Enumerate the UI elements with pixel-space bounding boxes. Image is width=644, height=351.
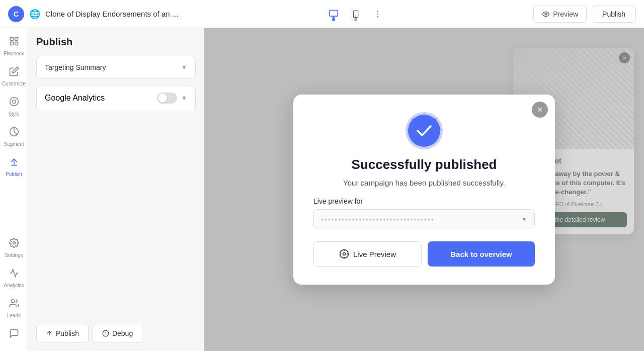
settings-icon	[9, 238, 19, 250]
leads-icon	[9, 298, 19, 311]
svg-point-17	[11, 300, 15, 303]
svg-rect-9	[10, 38, 13, 41]
live-preview-button[interactable]: Live Preview	[313, 241, 422, 267]
sidebar-label-segment: Segment	[4, 141, 24, 147]
topbar-right: Preview Publish	[533, 6, 636, 23]
svg-point-13	[10, 98, 18, 106]
sidebar-label-leads: Leads	[7, 313, 21, 318]
modal-title: Successfully published	[352, 157, 497, 172]
sidebar-label-publish: Publish	[6, 171, 22, 177]
mobile-active-dot	[354, 18, 357, 21]
playbook-icon	[9, 36, 19, 49]
back-to-overview-button[interactable]: Back to overview	[428, 241, 535, 267]
targeting-summary-header[interactable]: Targeting Summary ▼	[37, 56, 195, 78]
svg-point-14	[12, 100, 16, 104]
svg-point-5	[377, 11, 378, 12]
sidebar-item-segment[interactable]: Segment	[2, 123, 26, 151]
svg-point-20	[343, 253, 345, 255]
sidebar-item-playbook[interactable]: Playbook	[2, 32, 26, 60]
topbar-left: C 🌐 Clone of Display Endorsements of an …	[8, 6, 178, 22]
targeting-chevron-icon: ▼	[181, 64, 187, 71]
main-layout: Playbook Customize Style Segment Publish	[0, 28, 644, 351]
mobile-view-button[interactable]	[347, 5, 365, 23]
live-preview-icon	[339, 249, 349, 259]
live-preview-for-label: Live preview for	[313, 197, 535, 205]
panel-publish-button[interactable]: Publish	[36, 324, 89, 343]
live-preview-select-value: ●●●●●●●●●●●●●●●●●●●●●●●●●●●●●●●●●	[321, 217, 434, 222]
live-preview-select[interactable]: ●●●●●●●●●●●●●●●●●●●●●●●●●●●●●●●●● ▼	[313, 209, 535, 229]
globe-icon: 🌐	[29, 9, 40, 20]
app-logo: C	[8, 6, 24, 22]
style-icon	[9, 97, 19, 109]
success-modal: ✕ Successfully published	[293, 95, 555, 285]
google-analytics-accordion[interactable]: Google Analytics ▼	[36, 85, 196, 111]
modal-close-button[interactable]: ✕	[532, 102, 548, 118]
select-chevron-icon: ▼	[521, 216, 527, 223]
icon-sidebar: Playbook Customize Style Segment Publish	[0, 28, 28, 351]
panel-title: Publish	[36, 36, 196, 48]
chat-icon	[9, 328, 19, 341]
panel-debug-button[interactable]: Debug	[93, 324, 142, 343]
sidebar-item-publish[interactable]: Publish	[2, 153, 26, 181]
sidebar-item-customize[interactable]: Customize	[2, 62, 26, 91]
starburst	[408, 115, 440, 147]
publish-panel: Publish Targeting Summary ▼ Google Analy…	[28, 28, 204, 351]
sidebar-item-style[interactable]: Style	[2, 93, 26, 121]
customize-icon	[9, 66, 19, 79]
publish-icon	[9, 157, 19, 169]
checkmark-svg	[417, 125, 432, 136]
svg-rect-12	[15, 42, 18, 45]
more-options-button[interactable]	[369, 5, 387, 23]
modal-description: Your campaign has been published success…	[343, 179, 505, 187]
sidebar-item-settings[interactable]: Settings	[2, 234, 26, 262]
preview-button[interactable]: Preview	[533, 6, 587, 23]
targeting-summary-label: Targeting Summary	[45, 63, 106, 71]
google-analytics-label: Google Analytics	[45, 94, 105, 103]
preview-label: Preview	[553, 10, 578, 18]
google-analytics-toggle[interactable]	[157, 93, 177, 104]
targeting-summary-accordion[interactable]: Targeting Summary ▼	[36, 56, 196, 79]
svg-rect-11	[10, 42, 13, 45]
page-title: Clone of Display Endorsements of an ...	[45, 10, 178, 18]
svg-point-7	[377, 16, 378, 17]
desktop-active-dot	[332, 18, 335, 21]
toggle-knob	[158, 94, 167, 103]
publish-button-top[interactable]: Publish	[592, 6, 636, 23]
modal-overlay: ✕ Successfully published	[204, 28, 644, 351]
sidebar-item-leads[interactable]: Leads	[2, 294, 26, 322]
topbar-center	[325, 5, 387, 23]
segment-icon	[9, 127, 19, 139]
panel-footer: Publish Debug	[36, 320, 196, 343]
sidebar-label-settings: Settings	[5, 252, 23, 258]
svg-point-8	[545, 13, 547, 15]
canvas-area: ✕ ★ Trustpilot "I'm blown away by the po…	[204, 28, 644, 351]
sidebar-label-analytics: Analytics	[4, 283, 24, 288]
modal-actions: Live Preview Back to overview	[313, 241, 535, 267]
sidebar-label-style: Style	[8, 111, 19, 117]
success-badge-icon	[408, 115, 440, 147]
desktop-view-button[interactable]	[325, 5, 343, 23]
analytics-icon	[9, 268, 19, 281]
svg-rect-0	[330, 10, 338, 16]
google-analytics-row: Google Analytics ▼	[37, 85, 195, 111]
sidebar-label-playbook: Playbook	[4, 51, 24, 56]
svg-point-16	[13, 242, 15, 244]
svg-rect-10	[15, 38, 18, 41]
sidebar-item-chat[interactable]	[2, 324, 26, 345]
sidebar-item-analytics[interactable]: Analytics	[2, 264, 26, 292]
sidebar-label-customize: Customize	[2, 81, 26, 86]
ga-chevron-icon: ▼	[181, 95, 187, 102]
svg-point-6	[377, 13, 378, 14]
topbar: C 🌐 Clone of Display Endorsements of an …	[0, 0, 644, 28]
